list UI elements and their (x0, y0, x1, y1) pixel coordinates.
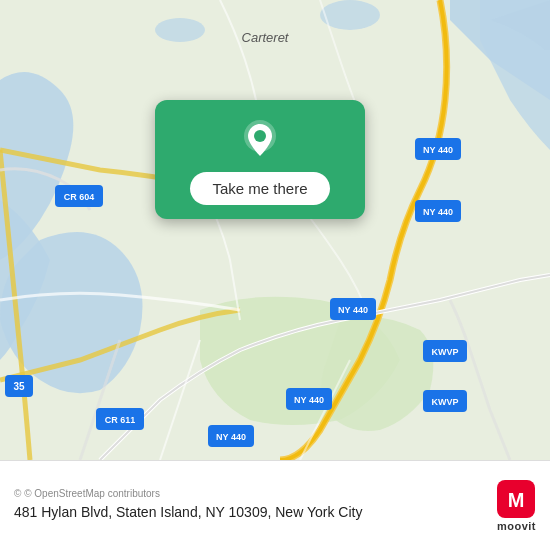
navigation-card: Take me there (155, 100, 365, 219)
svg-text:KWVP: KWVP (432, 397, 459, 407)
moovit-icon: M (497, 480, 535, 518)
take-me-there-button[interactable]: Take me there (190, 172, 329, 205)
location-pin-icon (238, 118, 282, 162)
map-svg: NY 440 NY 440 NY 440 NY 440 NY 440 CR 60… (0, 0, 550, 460)
svg-point-25 (254, 130, 266, 142)
svg-text:NY 440: NY 440 (423, 207, 453, 217)
address-block: © © OpenStreetMap contributors 481 Hylan… (14, 488, 487, 523)
svg-text:M: M (508, 489, 525, 511)
address-text: 481 Hylan Blvd, Staten Island, NY 10309,… (14, 503, 487, 523)
svg-text:35: 35 (13, 381, 25, 392)
copyright-icon: © (14, 488, 21, 499)
svg-text:NY 440: NY 440 (423, 145, 453, 155)
svg-text:NY 440: NY 440 (294, 395, 324, 405)
svg-text:CR 611: CR 611 (105, 415, 136, 425)
moovit-brand-text: moovit (497, 520, 536, 532)
copyright-text: © © OpenStreetMap contributors (14, 488, 487, 499)
svg-text:NY 440: NY 440 (338, 305, 368, 315)
svg-text:Carteret: Carteret (242, 30, 290, 45)
svg-text:KWVP: KWVP (432, 347, 459, 357)
svg-text:NY 440: NY 440 (216, 432, 246, 442)
map-area: NY 440 NY 440 NY 440 NY 440 NY 440 CR 60… (0, 0, 550, 460)
moovit-logo: M moovit (497, 480, 536, 532)
svg-text:CR 604: CR 604 (64, 192, 95, 202)
info-bar: © © OpenStreetMap contributors 481 Hylan… (0, 460, 550, 550)
svg-point-1 (155, 18, 205, 42)
